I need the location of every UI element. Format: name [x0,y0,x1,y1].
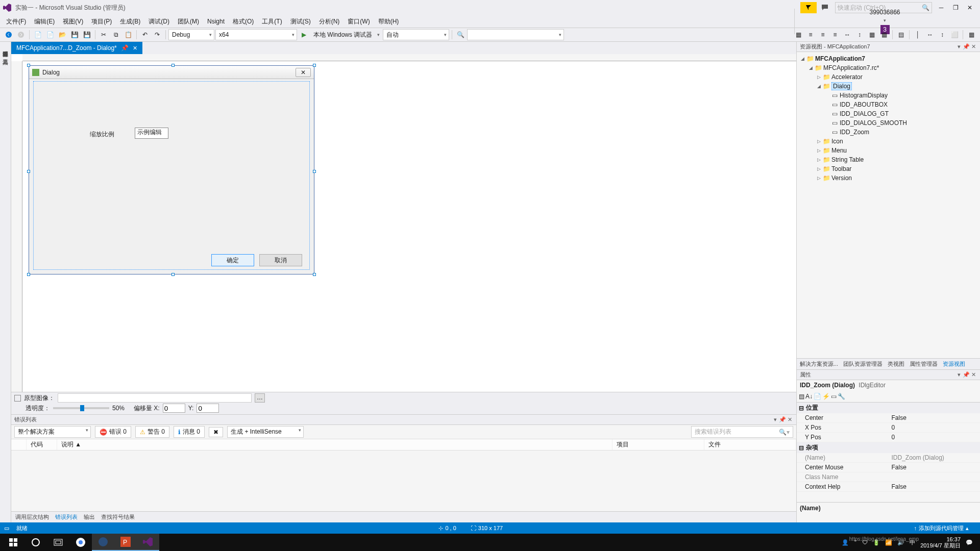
guides-icon[interactable]: ▦ [878,29,890,40]
resize-handle[interactable] [313,64,316,67]
opacity-slider[interactable] [53,407,109,409]
tab-output[interactable]: 输出 [84,513,95,521]
tree-accelerator[interactable]: ▷📁Accelerator [798,72,979,82]
resize-handle[interactable] [172,273,175,276]
prop-row[interactable]: Context HelpFalse [797,482,980,492]
app-icon[interactable] [92,534,114,551]
resize-handle[interactable] [27,273,30,276]
clock[interactable]: 16:37 2019/4/7 星期日 [920,536,961,548]
tree-dialog-item[interactable]: ▭IDD_DIALOG_SMOOTH [798,118,979,128]
tree-dialog-item[interactable]: ▭IDD_DIALOG_GT [798,109,979,118]
overrides-icon[interactable]: 🔧 [838,393,845,400]
tab-class-view[interactable]: 类视图 [888,360,904,368]
menu-analyze[interactable]: 分析(N) [315,16,344,27]
col-code[interactable]: 代码 [27,439,57,450]
undo-icon[interactable]: ↶ [139,29,151,40]
properties-object-selector[interactable]: IDD_Zoom (Dialog) IDlgEditor [797,380,980,390]
test-dialog-icon[interactable]: ▦ [793,29,804,40]
static-text-label[interactable]: 缩放比例 [90,130,114,139]
col-desc[interactable]: 说明 ▲ [57,439,612,450]
close-tab-icon[interactable]: ✕ [133,45,137,52]
platform-combo[interactable]: x64 [215,29,297,40]
redo-icon[interactable]: ↷ [152,29,163,40]
resize-handle[interactable] [27,170,30,173]
resize-handle[interactable] [172,64,175,67]
dropdown-icon[interactable]: ▾ [772,416,779,423]
status-source-control[interactable]: ↑ 添加到源代码管理 ▴ [914,524,969,532]
find-icon[interactable]: 🔍 [455,29,466,40]
offset-y-input[interactable] [197,404,219,413]
nav-fwd-icon[interactable] [15,29,27,40]
pin-icon[interactable]: 📌 [963,43,970,50]
save-all-icon[interactable]: 💾 [81,29,92,40]
nav-back-icon[interactable] [3,29,14,40]
align-right-icon[interactable]: ≡ [817,29,828,40]
properties-icon[interactable]: 📄 [814,393,821,400]
col-project[interactable]: 项目 [612,439,704,450]
server-explorer-tab[interactable]: 服务器资源管理器 [2,45,9,49]
dropdown-icon[interactable]: ▾ [955,371,963,378]
error-search-input[interactable]: 搜索错误列表🔍▾ [691,426,793,438]
cancel-button[interactable]: 取消 [259,254,302,266]
debug-target-combo[interactable]: 本地 Windows 调试器 [310,29,382,40]
tree-dialog-item[interactable]: ▭IDD_ABOUTBOX [798,100,979,109]
toggle-grid-icon[interactable]: ▦ [966,29,977,40]
align-top-icon[interactable]: ≡ [829,29,841,40]
close-panel-icon[interactable]: ✕ [786,416,793,423]
dialog-close-icon[interactable]: ✕ [296,68,311,77]
menu-view[interactable]: 视图(V) [59,16,87,27]
tab-error-list[interactable]: 错误列表 [55,513,78,521]
resize-handle[interactable] [313,170,316,173]
tree-string-folder[interactable]: ▷📁String Table [798,155,979,164]
errors-filter[interactable]: ⛔错误 0 [95,426,131,438]
menu-build[interactable]: 生成(B) [116,16,144,27]
tab-find-symbols[interactable]: 查找符号结果 [101,513,135,521]
resource-tree[interactable]: ◢📁MFCApplication7 ◢📁MFCApplication7.rc* … [797,52,980,358]
messages-filter[interactable]: ℹ消息 0 [174,426,205,438]
prop-row[interactable]: Class Name [797,472,980,482]
tab-team-explorer[interactable]: 团队资源管理器 [843,360,883,368]
start-button[interactable] [2,534,24,551]
tree-rc[interactable]: ◢📁MFCApplication7.rc* [798,63,979,72]
build-intellisense-filter[interactable]: 生成 + IntelliSense [227,426,304,438]
center-h-icon[interactable]: ↔ [842,29,853,40]
config-combo[interactable]: Debug [168,29,214,40]
events-icon[interactable]: ⚡ [822,393,830,400]
scope-filter[interactable]: 整个解决方案 [14,426,91,438]
spacing-icon[interactable]: │ [912,29,923,40]
offset-x-input[interactable] [163,404,185,413]
account-name[interactable]: 399036866 [869,9,900,16]
same-width-icon[interactable]: ↔ [924,29,936,40]
cortana-icon[interactable] [24,534,47,551]
center-v-icon[interactable]: ↕ [854,29,865,40]
start-debug-button[interactable]: ▶ [298,29,309,40]
same-size-icon[interactable]: ⬜ [949,29,960,40]
col-icon[interactable] [11,439,27,450]
dialog-preview[interactable]: Dialog ✕ 缩放比例 示例编辑 确定 取消 [29,65,314,274]
tab-solution-explorer[interactable]: 解决方案资源... [800,360,838,368]
clear-filter-icon[interactable]: ✖ [209,427,223,437]
category-position[interactable]: ⊟位置 [797,403,980,413]
menu-help[interactable]: 帮助(H) [374,16,403,27]
menu-window[interactable]: 窗口(W) [344,16,374,27]
notifications-icon[interactable]: 💬 [966,539,973,546]
prototype-path-input[interactable] [58,393,252,403]
menu-nsight[interactable]: Nsight [203,17,229,26]
menu-edit[interactable]: 编辑(E) [30,16,59,27]
open-file-icon[interactable]: 📂 [57,29,68,40]
grid-icon[interactable]: ▦ [866,29,877,40]
warnings-filter[interactable]: ⚠警告 0 [135,426,169,438]
save-icon[interactable]: 💾 [69,29,80,40]
chrome-icon[interactable] [69,534,92,551]
menu-debug[interactable]: 调试(D) [144,16,174,27]
categorized-icon[interactable]: ▤ [799,393,804,400]
tree-root[interactable]: ◢📁MFCApplication7 [798,54,979,63]
alphabetical-icon[interactable]: A↓ [805,393,813,400]
prototype-checkbox[interactable] [14,395,21,402]
tree-dialog-item[interactable]: ▭HistogramDisplay [798,91,979,100]
menu-file[interactable]: 文件(F) [2,16,30,27]
task-view-icon[interactable] [47,534,69,551]
tree-dialog-folder[interactable]: ◢📁Dialog [798,82,979,91]
align-left-icon[interactable]: ≡ [805,29,816,40]
tree-version-folder[interactable]: ▷📁Version [798,173,979,183]
